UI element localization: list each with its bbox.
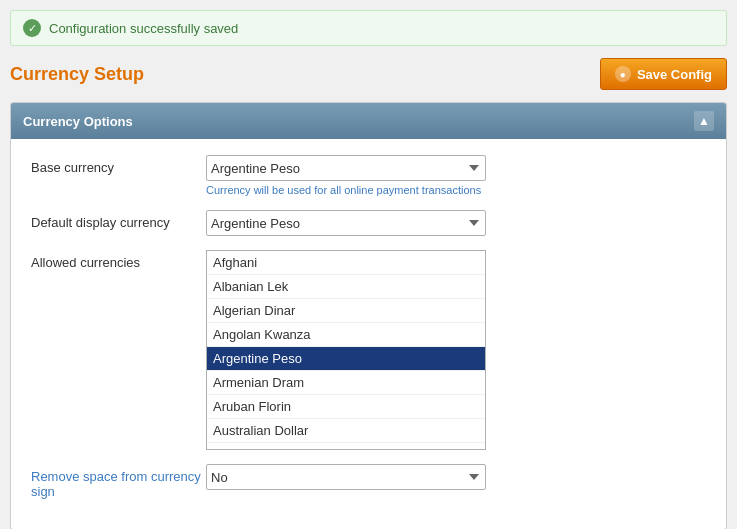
page-wrapper: ✓ Configuration successfully saved Curre… — [0, 0, 737, 529]
default-display-currency-row: Default display currency Argentine Peso … — [31, 210, 706, 236]
success-banner: ✓ Configuration successfully saved — [10, 10, 727, 46]
save-config-label: Save Config — [637, 67, 712, 82]
currency-options-panel: Currency Options ▲ Base currency Argenti… — [10, 102, 727, 529]
list-item[interactable]: Algerian Dinar — [207, 299, 485, 323]
allowed-currencies-control: AfghaniAlbanian LekAlgerian DinarAngolan… — [206, 250, 706, 450]
section-body: Base currency Argentine Peso US Dollar E… — [11, 139, 726, 529]
base-currency-hint: Currency will be used for all online pay… — [206, 184, 706, 196]
allowed-currencies-row: Allowed currencies AfghaniAlbanian LekAl… — [31, 250, 706, 450]
save-config-button[interactable]: ● Save Config — [600, 58, 727, 90]
default-display-currency-select[interactable]: Argentine Peso US Dollar Euro British Po… — [206, 210, 486, 236]
base-currency-control: Argentine Peso US Dollar Euro British Po… — [206, 155, 706, 196]
section-header: Currency Options ▲ — [11, 103, 726, 139]
allowed-currencies-label: Allowed currencies — [31, 250, 206, 270]
list-item[interactable]: Australian Dollar — [207, 419, 485, 443]
allowed-currencies-listbox[interactable]: AfghaniAlbanian LekAlgerian DinarAngolan… — [206, 250, 486, 450]
remove-space-select[interactable]: No Yes — [206, 464, 486, 490]
list-item[interactable]: Angolan Kwanza — [207, 323, 485, 347]
remove-space-link[interactable]: Remove space from currency sign — [31, 469, 201, 499]
section-title: Currency Options — [23, 114, 133, 129]
collapse-icon[interactable]: ▲ — [694, 111, 714, 131]
base-currency-label: Base currency — [31, 155, 206, 175]
page-title: Currency Setup — [10, 64, 144, 85]
success-message: Configuration successfully saved — [49, 21, 238, 36]
header-row: Currency Setup ● Save Config — [10, 58, 727, 90]
base-currency-select[interactable]: Argentine Peso US Dollar Euro British Po… — [206, 155, 486, 181]
list-item[interactable]: Afghani — [207, 251, 485, 275]
list-item[interactable]: Aruban Florin — [207, 395, 485, 419]
list-item[interactable]: Armenian Dram — [207, 371, 485, 395]
list-item[interactable]: Argentine Peso — [207, 347, 485, 371]
save-icon: ● — [615, 66, 631, 82]
default-display-currency-control: Argentine Peso US Dollar Euro British Po… — [206, 210, 706, 236]
remove-space-control: No Yes — [206, 464, 706, 490]
base-currency-row: Base currency Argentine Peso US Dollar E… — [31, 155, 706, 196]
list-item[interactable]: Albanian Lek — [207, 275, 485, 299]
list-item[interactable]: Azerbaijanian Manat — [207, 443, 485, 450]
default-display-currency-label: Default display currency — [31, 210, 206, 230]
remove-space-label: Remove space from currency sign — [31, 464, 206, 499]
success-icon: ✓ — [23, 19, 41, 37]
remove-space-row: Remove space from currency sign No Yes — [31, 464, 706, 499]
